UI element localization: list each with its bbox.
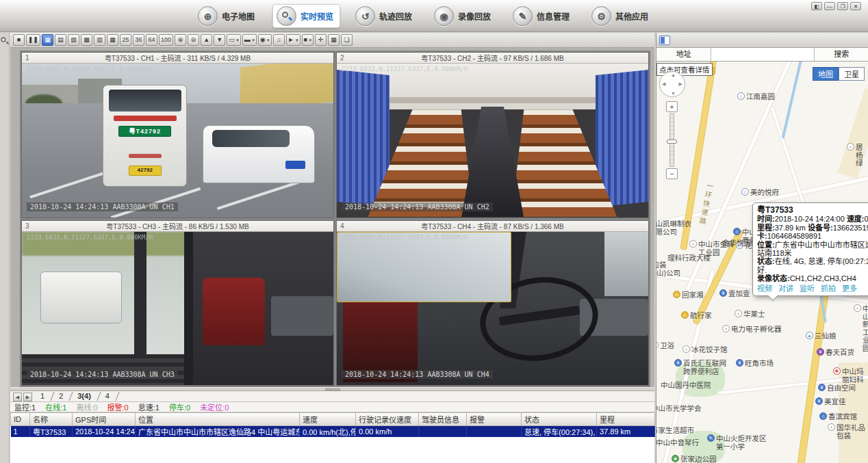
gps-osd-text: 2233.6833,N,11327.6337,E,0.000KM/H [27,234,153,241]
table-header[interactable]: 行驶记录仪速度 [356,413,419,426]
stream-select-button[interactable]: ▭ ▾ [227,34,241,46]
table-header[interactable]: GPS时间 [73,413,136,426]
fullscreen-button[interactable]: ❏ [341,34,353,46]
search-button[interactable]: 搜索 [814,48,868,61]
table-header[interactable]: ID [11,413,30,426]
page-down-button[interactable]: ▼ [214,34,225,46]
map-poi-text: 张家边公园 [680,455,717,463]
nav-item-magnifier[interactable]: 实时预览 [272,4,340,28]
layer-satellite-button[interactable]: 卫星 [839,67,865,81]
close-button[interactable]: ✕ [850,2,861,10]
video-cell-ch4[interactable]: 4 粤T37533 - CH4 - 主码流 - 87 KB/S / 1.366 … [336,220,649,386]
video-frame[interactable]: 2233.6833,N,11327.6337,E,0.000KM/H 2018-… [337,232,648,386]
map-poi-text: 美宜佳 [824,398,846,406]
status-count: 监控:1 [14,401,36,412]
table-header[interactable]: 位置 [136,413,300,426]
grid-36-button[interactable]: 36 [133,34,144,46]
video-cell-number: 2 [340,54,344,62]
table-header[interactable]: 驾驶员信息 [419,413,467,426]
grid-8-button[interactable]: ▧ [68,34,79,46]
grid-4-button[interactable]: ▦ [42,34,53,46]
table-header[interactable]: 速度 [300,413,356,426]
page-tab-2[interactable]: 2 [52,391,70,401]
skin-button[interactable]: ◧ [811,2,822,10]
video-frame[interactable]: 2233.6033,N,11327.6337,E,0.000KM/H 2018-… [337,64,648,217]
zoom-out-button[interactable]: ⊖ [188,34,199,46]
video-cell-ch1[interactable]: 1 粤T37533 - CH1 - 主码流 - 311 KB/S / 4.329… [21,52,334,218]
nav-item-map[interactable]: ⊕电子地图 [194,4,261,28]
grid-64-button[interactable]: 64 [146,34,157,46]
device-tree-collapsed[interactable] [0,33,10,463]
map-poi-label: ⌂美的悦府 [741,189,779,197]
park-poi-icon: ♣ [672,455,679,462]
table-header[interactable]: 名称 [30,413,73,426]
nav-item-track[interactable]: ↺轨迹回放 [351,4,419,28]
zoom-out-button[interactable]: − [666,168,678,179]
zoom-in-button[interactable]: ⊕ [175,34,186,46]
map-canvas[interactable]: 点击可查看详情 S111 地图 卫星 ▲▼ ◀▶ + − [656,62,868,463]
map-pan-control[interactable]: ▲▼ ◀▶ [659,71,685,97]
play-button[interactable]: ► ▾ [286,34,301,46]
address-type-select[interactable]: 地址 [656,48,711,61]
ptz-button[interactable]: ✛ [315,34,327,46]
video-cell-ch2[interactable]: 2 粤T37533 - CH2 - 主码流 - 97 KB/S / 1.686 … [336,52,649,218]
grid-16-button[interactable]: ▦ [107,34,118,46]
map-panel-toggle-icon[interactable] [659,36,670,45]
table-header[interactable]: 状态 [522,413,597,426]
map-poi-label: 中山市光学学会 [656,405,702,413]
shop-poi-icon: ¥ [674,359,682,367]
zoom-slider-handle[interactable] [667,140,677,144]
page-tab-1[interactable]: 1 [34,391,51,401]
stop-play-button[interactable]: ■ ▾ [302,34,314,46]
page-up-button[interactable]: ▲ [201,34,212,46]
osd-setup-button[interactable]: ▦ [328,34,340,46]
map-poi-label: ♣张家边公园 [672,455,717,463]
map-poi-text: 国华礼品包装 [837,424,868,440]
pause-all-button[interactable]: ❚❚ [26,34,40,46]
restore-button[interactable]: ❐ [837,2,848,10]
popup-link-抓拍[interactable]: 抓拍 [821,285,836,293]
popup-tail [768,291,778,301]
popup-link-视频[interactable]: 视频 [757,285,772,293]
tab-scroll-right-button[interactable]: ▶ [23,393,32,401]
dot-poi-icon: • [828,423,835,431]
popup-link-监听[interactable]: 监听 [800,285,815,293]
status-summary: 监控:1在线:1离线:0报警:0怠速:1停车:0未定位:0 [10,402,654,412]
display-mode-button[interactable]: ▬ ▾ [242,34,257,46]
nav-item-gear[interactable]: ⚙其他应用 [587,4,655,28]
grid-13-button[interactable]: ▥ [94,34,105,46]
table-cell [467,426,522,438]
video-cell-ch3[interactable]: 3 粤T37533 - CH3 - 主码流 - 86 KB/S / 1.530 … [21,220,334,386]
search-icon[interactable] [1,37,8,44]
table-header[interactable]: 里程 [597,413,655,426]
table-header[interactable]: 报警 [467,413,522,426]
page-tab-3(4)[interactable]: 3(4) [71,391,98,401]
tab-scroll-left-button[interactable]: ◀ [13,393,22,401]
map-poi-label: ¥自由空间 [818,384,856,393]
address-search-input[interactable] [711,48,814,61]
map-poi-text: 春天百货 [826,349,854,357]
status-count: 报警:0 [107,401,129,412]
layer-map-button[interactable]: 地图 [813,67,839,81]
snapshot-button[interactable]: ◉ ▾ [258,34,272,46]
grid-25-button[interactable]: 25 [120,34,131,46]
popup-link-更多[interactable]: 更多 [842,285,857,293]
page-tab-4[interactable]: 4 [99,391,116,401]
popup-link-对讲[interactable]: 对讲 [778,285,793,293]
grid-9-button[interactable]: ▩ [81,34,92,46]
grid-100-button[interactable]: 100 [159,34,173,46]
audio-button[interactable]: ♫ [273,34,285,46]
map-poi-text: 三仙娘 [815,332,837,341]
table-cell: 广东省中山市中山市市辖区逸仙路4 中山粤运城东车站南 [136,426,300,438]
popup-title: 粤T37533 [757,206,868,214]
table-row[interactable]: 1粤T375332018-10-24 14:24:00广东省中山市中山市市辖区逸… [11,426,655,438]
video-frame[interactable]: 粤T42792 42792 2233.6033,N,11327.6337,E,0… [22,64,333,217]
nav-item-info[interactable]: ✎信息管理 [509,4,576,28]
grid-6-button[interactable]: ▤ [55,34,66,46]
window-controls: ◧—❐✕ [811,2,861,10]
nav-item-disc[interactable]: ◉录像回放 [430,4,498,28]
zoom-in-button[interactable]: + [666,101,678,112]
video-frame[interactable]: 2233.6833,N,11327.6337,E,0.000KM/H 2018-… [22,232,333,386]
close-all-button[interactable]: ■ [13,34,25,46]
minimize-button[interactable]: — [824,2,835,10]
